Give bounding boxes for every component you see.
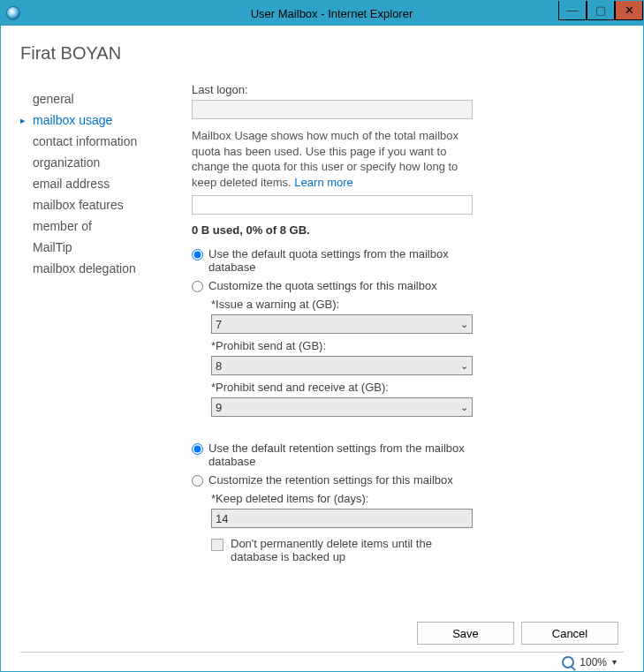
- chevron-down-icon: ⌄: [460, 319, 468, 330]
- quota-default-radio[interactable]: [192, 249, 203, 260]
- retention-default-label: Use the default retention settings from …: [208, 442, 474, 468]
- sidebar-item-mailbox-usage[interactable]: mailbox usage: [20, 109, 170, 131]
- retention-custom-radio[interactable]: [192, 475, 203, 487]
- prohibit-send-value: 8: [216, 359, 222, 373]
- warning-dropdown[interactable]: 7 ⌄: [211, 314, 473, 334]
- keep-value-input[interactable]: 14: [211, 509, 473, 528]
- maximize-button[interactable]: ▢: [587, 1, 615, 20]
- warning-label: *Issue a warning at (GB):: [211, 298, 615, 311]
- retention-custom-label: Customize the retention settings for thi…: [208, 473, 453, 487]
- sidebar-item-member-of[interactable]: member of: [20, 215, 170, 237]
- sidebar-item-email-address[interactable]: email address: [20, 173, 170, 194]
- usage-summary: 0 B used, 0% of 8 GB.: [192, 223, 615, 237]
- dont-delete-checkbox-row[interactable]: Don't permanently delete items until the…: [211, 537, 476, 563]
- prohibit-sr-dropdown[interactable]: 9 ⌄: [211, 397, 473, 417]
- dont-delete-label: Don't permanently delete items until the…: [231, 537, 476, 563]
- last-logon-label: Last logon:: [192, 83, 615, 96]
- prohibit-sr-label: *Prohibit send and receive at (GB):: [211, 381, 615, 394]
- page-title: Firat BOYAN: [20, 43, 624, 64]
- warning-value: 7: [216, 318, 222, 331]
- sidebar-item-mailbox-features[interactable]: mailbox features: [20, 194, 170, 215]
- quota-default-radio-row[interactable]: Use the default quota settings from the …: [192, 247, 474, 274]
- prohibit-sr-value: 9: [216, 401, 222, 414]
- cancel-button[interactable]: Cancel: [521, 622, 618, 645]
- prohibit-send-label: *Prohibit send at (GB):: [211, 339, 615, 352]
- titlebar: User Mailbox - Internet Explorer — ▢ ✕: [1, 1, 643, 26]
- chevron-down-icon: ⌄: [460, 360, 468, 372]
- quota-default-label: Use the default quota settings from the …: [208, 247, 474, 274]
- statusbar: 100% ▾: [20, 652, 624, 671]
- quota-custom-label: Customize the quota settings for this ma…: [208, 279, 437, 292]
- dont-delete-checkbox[interactable]: [211, 539, 224, 551]
- usage-description: Mailbox Usage shows how much of the tota…: [192, 128, 483, 190]
- sidebar-item-contact-information[interactable]: contact information: [20, 131, 170, 152]
- keep-label: *Keep deleted items for (days):: [211, 492, 615, 505]
- usage-search-input[interactable]: [192, 195, 473, 215]
- chevron-down-icon: ⌄: [460, 402, 468, 413]
- learn-more-link[interactable]: Learn more: [294, 176, 352, 189]
- save-button[interactable]: Save: [417, 622, 514, 645]
- quota-custom-radio[interactable]: [192, 281, 203, 292]
- retention-default-radio[interactable]: [192, 443, 203, 455]
- sidebar-item-mailtip[interactable]: MailTip: [20, 237, 170, 258]
- sidebar-item-general[interactable]: general: [20, 88, 170, 109]
- zoom-icon[interactable]: [562, 656, 574, 668]
- last-logon-value: [192, 100, 473, 119]
- ie-icon: [6, 6, 20, 20]
- prohibit-send-dropdown[interactable]: 8 ⌄: [211, 356, 473, 375]
- minimize-button[interactable]: —: [558, 1, 587, 20]
- window-title: User Mailbox - Internet Explorer: [20, 7, 643, 20]
- sidebar-item-mailbox-delegation[interactable]: mailbox delegation: [20, 258, 170, 279]
- retention-custom-radio-row[interactable]: Customize the retention settings for thi…: [192, 473, 474, 487]
- zoom-dropdown-icon[interactable]: ▾: [612, 657, 617, 667]
- zoom-value: 100%: [580, 656, 607, 668]
- sidebar-item-organization[interactable]: organization: [20, 152, 170, 173]
- sidebar: general mailbox usage contact informatio…: [20, 83, 170, 613]
- close-button[interactable]: ✕: [615, 1, 643, 20]
- quota-custom-radio-row[interactable]: Customize the quota settings for this ma…: [192, 279, 474, 292]
- retention-default-radio-row[interactable]: Use the default retention settings from …: [192, 442, 474, 468]
